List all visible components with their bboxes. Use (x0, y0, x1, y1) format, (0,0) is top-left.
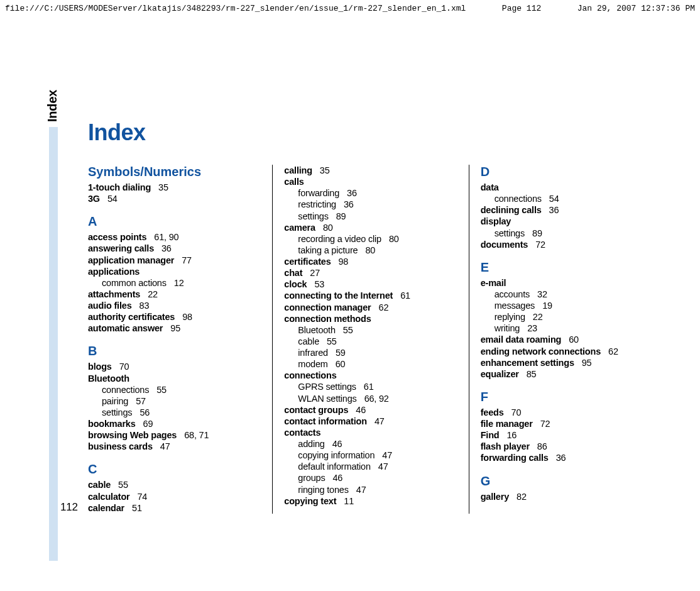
section-letter: C (88, 462, 260, 477)
index-column: Symbols/Numerics1-touch dialing353G54Aac… (88, 165, 272, 514)
index-subentry: WLAN settings66, 92 (298, 393, 456, 404)
subentry-term: recording a video clip (298, 234, 381, 244)
subentry-term: settings (495, 228, 525, 238)
index-entry: browsing Web pages68, 71 (88, 429, 260, 441)
entry-pages: 11 (344, 496, 354, 506)
index-title: Index (88, 119, 665, 146)
index-entry: cable55 (88, 479, 260, 490)
index-entry: authority certificates98 (88, 311, 260, 323)
index-subentry: groups46 (298, 472, 456, 483)
subentry-pages: 59 (336, 348, 346, 358)
entry-pages: 36 (161, 243, 172, 253)
entry-term: certificates (284, 257, 331, 267)
entry-term: connecting to the Internet (284, 290, 393, 301)
index-entry: audio files83 (88, 300, 260, 311)
entry-pages: 27 (310, 268, 320, 278)
entry-pages: 16 (506, 430, 517, 440)
entry-pages: 82 (517, 492, 527, 502)
subentry-pages: 80 (365, 245, 375, 255)
index-entry: camera80 (284, 222, 456, 233)
subentry-term: accounts (495, 289, 530, 299)
entry-term: audio files (88, 301, 132, 311)
header-path: file:///C:/USERS/MODEServer/lkatajis/348… (5, 4, 466, 13)
section-letter: Symbols/Numerics (88, 165, 260, 179)
entry-pages: 46 (356, 405, 366, 415)
entry-term: file manager (481, 419, 533, 429)
index-subentry: replying22 (495, 311, 652, 323)
index-entry: email data roaming60 (481, 334, 652, 345)
entry-pages: 95 (170, 323, 180, 333)
entry-term: contacts (284, 428, 320, 438)
subentry-pages: 47 (382, 450, 392, 460)
entry-pages: 36 (549, 205, 559, 215)
subentry-pages: 56 (139, 407, 150, 417)
index-entry: equalizer85 (481, 368, 652, 380)
entry-pages: 72 (540, 419, 550, 429)
subentry-pages: 36 (344, 199, 354, 209)
entry-term: contact information (284, 416, 367, 426)
index-subentry: infrared59 (298, 347, 456, 358)
index-entry: connection methods (284, 313, 456, 324)
entry-term: flash player (481, 441, 530, 451)
entry-term: equalizer (481, 369, 519, 379)
entry-term: email data roaming (481, 334, 562, 345)
index-entry: contact groups46 (284, 404, 456, 416)
entry-pages: 62 (379, 302, 389, 312)
entry-term: clock (284, 279, 307, 289)
subentry-pages: 80 (389, 234, 399, 244)
entry-term: applications (88, 267, 139, 277)
entry-pages: 61 (400, 290, 410, 301)
index-subentry: Bluetooth55 (298, 324, 456, 336)
index-subentry: messages19 (495, 300, 652, 311)
page-number: 112 (60, 501, 78, 513)
header-time: Jan 29, 2007 12:37:36 PM (577, 4, 695, 13)
subentry-pages: 55 (156, 385, 167, 395)
entry-term: business cards (88, 441, 153, 451)
subentry-pages: 61 (364, 382, 374, 392)
index-subentry: modem60 (298, 358, 456, 370)
index-entry: flash player86 (481, 441, 652, 452)
entry-term: 3G (88, 194, 100, 204)
subentry-term: pairing (102, 396, 128, 406)
entry-pages: 53 (314, 279, 324, 289)
index-subentry: accounts32 (495, 289, 652, 300)
section-letter: A (88, 214, 260, 229)
entry-pages: 80 (323, 223, 333, 233)
entry-term: connections (284, 370, 336, 380)
subentry-term: default information (298, 461, 371, 472)
subentry-term: groups (298, 473, 325, 483)
index-entry: enhancement settings95 (481, 357, 652, 368)
entry-pages: 98 (182, 312, 192, 322)
entry-pages: 77 (182, 255, 192, 265)
subentry-term: writing (495, 323, 520, 333)
subentry-pages: 89 (532, 228, 542, 238)
entry-term: cable (88, 480, 111, 490)
entry-term: e-mail (481, 278, 506, 288)
entry-pages: 70 (511, 407, 522, 417)
index-subentry: settings89 (495, 228, 652, 239)
index-entry: declining calls36 (481, 204, 652, 216)
entry-pages: 61, 90 (154, 232, 178, 242)
subentry-pages: 12 (174, 278, 184, 288)
index-entry: copying text11 (284, 495, 456, 507)
entry-term: answering calls (88, 243, 154, 253)
entry-pages: 22 (148, 289, 158, 299)
index-entry: 3G54 (88, 193, 260, 204)
side-tab-label: Index (45, 90, 60, 122)
index-entry: feeds70 (481, 407, 652, 418)
subentry-term: GPRS settings (298, 382, 356, 392)
entry-term: blogs (88, 362, 112, 372)
subentry-pages: 36 (347, 188, 357, 198)
index-entry: file manager72 (481, 418, 652, 429)
entry-pages: 69 (143, 419, 153, 429)
entry-term: access points (88, 232, 146, 242)
index-entry: documents72 (481, 239, 652, 250)
entry-pages: 68, 71 (184, 430, 209, 440)
subentry-term: settings (102, 407, 132, 417)
index-subentry: restricting36 (298, 199, 456, 210)
subentry-pages: 57 (136, 396, 146, 406)
subentry-pages: 60 (336, 359, 346, 369)
entry-pages: 47 (375, 416, 385, 426)
entry-pages: 83 (139, 301, 150, 311)
section-letter: D (481, 165, 652, 179)
